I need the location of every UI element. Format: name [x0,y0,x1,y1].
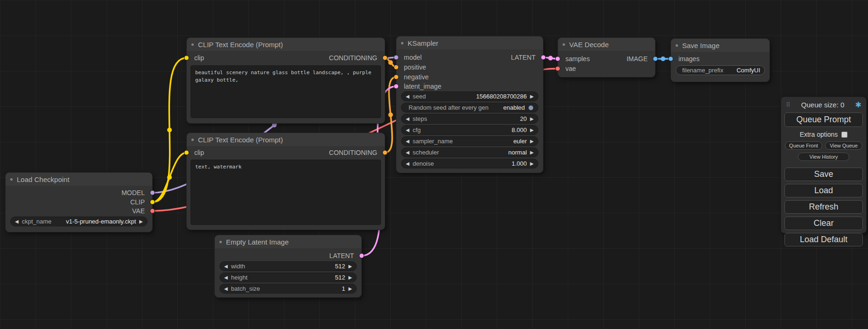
decrement-arrow-icon[interactable]: ◀ [224,287,228,291]
save-button[interactable]: Save [784,168,863,181]
decrement-arrow-icon[interactable]: ◀ [406,94,409,99]
collapse-dot-icon[interactable] [10,178,13,181]
prompt-textarea[interactable]: beautiful scenery nature glass bottle la… [191,65,381,118]
decrement-arrow-icon[interactable]: ◀ [224,275,228,280]
load-button[interactable]: Load [784,184,863,197]
widget-sampler-name[interactable]: ◀ sampler_name euler ▶ [401,136,538,146]
node-header[interactable]: Save Image [671,39,769,52]
collapse-dot-icon[interactable] [191,43,194,46]
widget-value: normal [508,149,527,156]
output-slot-conditioning: CONDITIONING [187,53,385,63]
decrement-arrow-icon[interactable]: ◀ [406,117,409,121]
widget-ckpt-name[interactable]: ◀ ckpt_name v1-5-pruned-emaonly.ckpt ▶ [10,217,148,226]
output-dot-clip[interactable] [150,200,155,205]
node-header[interactable]: CLIP Text Encode (Prompt) [187,133,385,146]
node-header[interactable]: Empty Latent Image [215,235,361,248]
input-dot-images[interactable] [668,56,673,62]
widget-width[interactable]: ◀ width 512 ▶ [219,261,357,271]
collapse-dot-icon[interactable] [563,43,565,46]
node-load-checkpoint[interactable]: Load Checkpoint MODEL CLIP VAE ◀ ckpt_na… [6,173,152,232]
node-title: Load Checkpoint [17,175,70,183]
widget-value: 8.000 [512,126,527,133]
input-dot-negative[interactable] [394,75,399,80]
view-queue-button[interactable]: View Queue [825,141,862,150]
wire-clip [153,153,187,202]
output-slot-latent: LATENT [215,251,361,260]
load-default-button[interactable]: Load Default [784,233,863,246]
view-history-button[interactable]: View History [798,153,849,161]
prompt-textarea[interactable]: text, watermark [191,160,381,225]
node-header[interactable]: CLIP Text Encode (Prompt) [187,38,385,51]
decrement-arrow-icon[interactable]: ◀ [15,219,19,224]
input-dot-positive[interactable] [394,65,399,70]
widget-value: 512 [335,274,346,281]
increment-arrow-icon[interactable]: ▶ [348,287,352,291]
node-clip-text-encode-negative[interactable]: CLIP Text Encode (Prompt) clip CONDITION… [187,133,385,230]
node-vae-decode[interactable]: VAE Decode samples IMAGE vae [558,38,655,77]
decrement-arrow-icon[interactable]: ◀ [406,150,409,155]
increment-arrow-icon[interactable]: ▶ [530,117,534,121]
increment-arrow-icon[interactable]: ▶ [530,128,534,133]
increment-arrow-icon[interactable]: ▶ [530,161,534,166]
settings-gear-icon[interactable]: ✱ [855,101,861,109]
output-dot-conditioning[interactable] [382,150,388,155]
drag-handle-icon[interactable]: ⠿ [786,102,790,108]
decrement-arrow-icon[interactable]: ◀ [406,128,409,133]
decrement-arrow-icon[interactable]: ◀ [224,264,228,269]
node-header[interactable]: VAE Decode [558,38,655,51]
widget-batch-size[interactable]: ◀ batch_size 1 ▶ [219,284,357,294]
decrement-arrow-icon[interactable]: ◀ [406,139,409,144]
input-label: negative [404,73,429,81]
output-dot-model[interactable] [150,190,155,196]
output-label: MODEL [121,189,145,196]
wire-clip [153,58,187,202]
node-header[interactable]: KSampler [396,36,543,49]
input-label: positive [404,63,426,71]
clear-button[interactable]: Clear [784,217,863,230]
extra-options-checkbox[interactable] [841,132,847,138]
widget-seed[interactable]: ◀ seed 156680208700286 ▶ [401,91,538,101]
queue-prompt-button[interactable]: Queue Prompt [784,112,863,127]
widget-height[interactable]: ◀ height 512 ▶ [219,273,357,282]
output-label: CONDITIONING [329,149,377,156]
increment-arrow-icon[interactable]: ▶ [139,219,143,224]
output-dot-latent[interactable] [359,253,364,259]
increment-arrow-icon[interactable]: ▶ [530,150,534,155]
increment-arrow-icon[interactable]: ▶ [530,139,534,144]
input-dot-vae[interactable] [555,66,560,71]
refresh-button[interactable]: Refresh [784,200,863,214]
decrement-arrow-icon[interactable]: ◀ [406,161,409,166]
output-dot-conditioning[interactable] [382,56,388,61]
output-dot-latent[interactable] [541,55,546,60]
widget-filename-prefix[interactable]: filename_prefix ComfyUI [676,65,765,75]
increment-arrow-icon[interactable]: ▶ [530,94,534,99]
input-label: latent_image [404,83,441,90]
output-dot-vae[interactable] [150,209,155,214]
node-ksampler[interactable]: KSampler model LATENT positive negative … [396,36,543,173]
widget-scheduler[interactable]: ◀ scheduler normal ▶ [401,147,538,157]
widget-denoise[interactable]: ◀ denoise 1.000 ▶ [401,159,538,168]
widget-name: batch_size [231,285,260,292]
output-dot-image[interactable] [653,56,658,62]
node-title: VAE Decode [569,41,609,49]
collapse-dot-icon[interactable] [676,44,678,47]
comfy-menu-panel[interactable]: ⠿ Queue size: 0 ✱ Queue Prompt Extra opt… [781,97,867,233]
node-empty-latent-image[interactable]: Empty Latent Image LATENT ◀ width 512 ▶ … [215,235,361,297]
node-header[interactable]: Load Checkpoint [6,173,152,186]
increment-arrow-icon[interactable]: ▶ [348,264,352,269]
node-save-image[interactable]: Save Image images filename_prefix ComfyU… [671,39,769,82]
collapse-dot-icon[interactable] [191,139,194,141]
widget-steps[interactable]: ◀ steps 20 ▶ [401,114,538,124]
widget-random-seed-toggle[interactable]: Random seed after every gen enabled [401,103,538,112]
collapse-dot-icon[interactable] [219,241,222,243]
widget-cfg[interactable]: ◀ cfg 8.000 ▶ [401,125,538,135]
node-title: Save Image [682,42,720,49]
node-clip-text-encode-positive[interactable]: CLIP Text Encode (Prompt) clip CONDITION… [187,38,385,123]
widget-value: euler [513,138,527,145]
graph-canvas[interactable]: Load Checkpoint MODEL CLIP VAE ◀ ckpt_na… [0,0,868,329]
queue-front-button[interactable]: Queue Front [785,141,822,150]
toggle-dot-icon[interactable] [528,105,534,111]
increment-arrow-icon[interactable]: ▶ [348,275,352,280]
input-dot-latent-image[interactable] [394,84,399,89]
collapse-dot-icon[interactable] [401,42,403,44]
